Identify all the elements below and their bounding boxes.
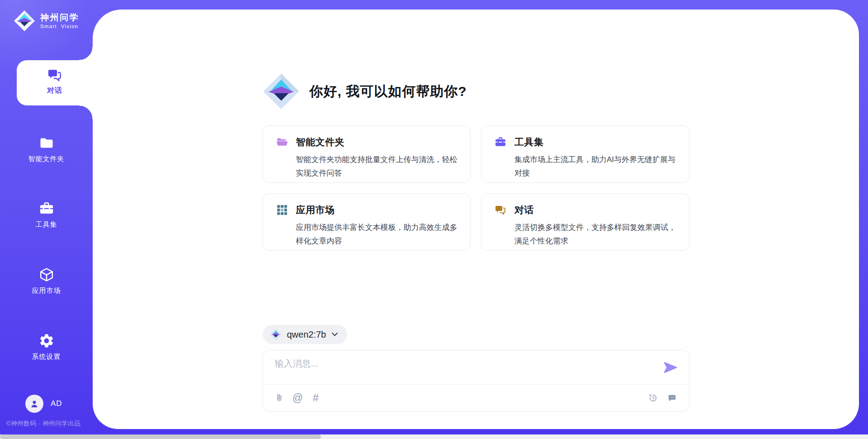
sidebar: 神州问学 Smart Vision 对话 智能文件夹 [0,0,93,439]
card-app-market[interactable]: 应用市场 应用市场提供丰富长文本模板，助力高效生成多样化文章内容 [263,193,471,251]
folder-icon [38,135,55,151]
send-icon[interactable] [663,361,678,374]
grid-icon [276,204,288,216]
sidebar-item-smart-folder[interactable]: 智能文件夹 [0,135,93,163]
card-title: 对话 [514,204,534,216]
folder-open-icon [276,136,288,148]
app-window: 神州问学 Smart Vision 对话 智能文件夹 [0,0,868,439]
app-logo: 神州问学 Smart Vision [14,10,79,32]
mention-button[interactable]: @ [292,392,304,404]
card-title: 工具集 [514,136,544,148]
avatar [25,395,43,413]
brand-diamond-icon [14,10,35,32]
chat-icon [494,204,507,216]
card-title: 智能文件夹 [296,136,345,148]
feedback-bubble-icon [667,393,677,403]
card-description: 应用市场提供丰富长文本模板，助力高效生成多样化文章内容 [296,221,458,248]
composer-toolbar: @ # [263,384,689,411]
app-subtitle: Smart Vision [40,24,79,29]
attachment-icon [274,393,285,403]
sidebar-item-label: 智能文件夹 [0,155,93,163]
main-panel: 你好, 我可以如何帮助你? 智能文件夹 智能文件夹功能支持批量文件上传与清洗，轻… [93,10,859,429]
feature-cards: 智能文件夹 智能文件夹功能支持批量文件上传与清洗，轻松实现文件问答 工具 [263,125,689,251]
card-description: 集成市场上主流工具，助力AI与外界无缝扩展与对接 [514,153,676,180]
sidebar-item-toolset[interactable]: 工具集 [0,200,93,229]
mention-icon: @ [292,393,303,403]
model-name: qwen2:7b [287,329,326,340]
sidebar-item-settings[interactable]: 系统设置 [0,333,93,361]
sidebar-item-label: 工具集 [0,220,93,229]
message-composer: @ # [263,350,689,412]
chat-icon [47,67,63,83]
message-input[interactable] [274,357,637,382]
card-description: 智能文件夹功能支持批量文件上传与清洗，轻松实现文件问答 [296,153,458,180]
sidebar-item-label: 应用市场 [0,286,93,295]
card-description: 灵活切换多模型文件，支持多样回复效果调试，满足个性化需求 [514,221,676,248]
copyright-text: ©神州数码 · 神州问学出品 [6,420,80,428]
sidebar-item-label: 系统设置 [0,353,93,361]
gear-icon [38,333,55,349]
hashtag-icon: # [313,393,319,403]
card-chat[interactable]: 对话 灵活切换多模型文件，支持多样回复效果调试，满足个性化需求 [481,193,689,251]
card-smart-folder[interactable]: 智能文件夹 智能文件夹功能支持批量文件上传与清洗，轻松实现文件问答 [263,125,471,183]
user-avatar-icon [29,398,40,409]
assistant-logo-icon [263,73,300,110]
app-title: 神州问学 [40,13,79,23]
greeting-block: 你好, 我可以如何帮助你? [263,10,689,110]
sidebar-item-app-market[interactable]: 应用市场 [0,267,93,295]
horizontal-scrollbar [0,434,868,439]
chevron-down-icon [331,332,338,337]
hashtag-button[interactable]: # [310,392,322,404]
tab-curve-bottom [79,105,93,119]
toolbox-icon [494,136,507,148]
model-logo-icon [270,329,282,340]
toolbox-icon [38,200,55,217]
cube-icon [38,267,55,283]
greeting-text: 你好, 我可以如何帮助你? [310,82,467,101]
history-icon [648,393,658,403]
user-initials: AD [51,399,62,408]
card-toolset[interactable]: 工具集 集成市场上主流工具，助力AI与外界无缝扩展与对接 [481,125,689,183]
user-account[interactable]: AD [25,395,62,413]
sidebar-item-label: 对话 [25,86,84,95]
card-title: 应用市场 [296,204,335,216]
scrollbar-thumb[interactable] [0,434,321,439]
history-button[interactable] [647,392,659,404]
sidebar-item-chat[interactable]: 对话 [17,60,93,105]
model-selector[interactable]: qwen2:7b [263,325,348,344]
tab-curve-top [79,47,93,60]
feedback-button[interactable] [666,392,678,404]
attachment-button[interactable] [274,392,286,404]
